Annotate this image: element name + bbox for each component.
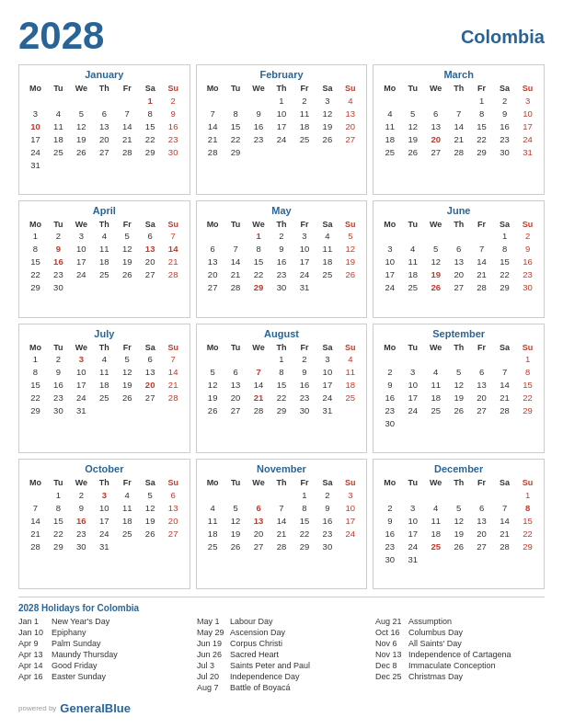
calendar-day: 1	[270, 94, 293, 107]
calendar-day: 17	[401, 527, 424, 540]
calendar-day: 16	[378, 392, 401, 404]
day-header: Su	[339, 83, 362, 94]
calendar-day: 29	[470, 145, 493, 158]
holiday-item: Dec 8Immaculate Conception	[375, 661, 545, 670]
calendar-day: 9	[270, 243, 293, 256]
calendar-day: 28	[447, 145, 470, 158]
calendar-day: 6	[424, 107, 447, 119]
calendar-day: 26	[139, 527, 162, 540]
holiday-name: Easter Sunday	[52, 672, 106, 681]
day-header: Mo	[24, 219, 47, 230]
calendar-day	[401, 230, 424, 243]
calendar-day: 24	[378, 281, 401, 294]
day-header: Sa	[316, 342, 339, 353]
calendar-day: 16	[378, 527, 401, 540]
calendar-day: 26	[424, 281, 447, 294]
calendar-day: 12	[339, 243, 362, 256]
holiday-item: Aug 21Assumption	[375, 617, 545, 626]
calendar-day: 27	[424, 145, 447, 158]
calendar-day: 10	[378, 256, 401, 268]
calendar-day	[270, 488, 293, 501]
holiday-column-2: May 1Labour DayMay 29Ascension DayJun 19…	[197, 617, 366, 694]
calendar-day: 4	[116, 488, 139, 501]
calendar-day: 3	[378, 243, 401, 256]
holiday-item: Apr 16Easter Sunday	[18, 672, 188, 681]
holiday-date: Nov 6	[375, 639, 405, 648]
calendar-day: 21	[247, 392, 270, 404]
calendar-day: 18	[93, 379, 116, 392]
calendar-day: 5	[447, 366, 470, 379]
calendar-day	[162, 281, 185, 294]
holiday-name: Assumption	[408, 617, 452, 626]
calendar-day	[247, 353, 270, 366]
month-block-march: MarchMoTuWeThFrSaSu123456789101112131415…	[373, 64, 545, 195]
calendar-day: 28	[224, 281, 247, 294]
calendar-day: 22	[139, 132, 162, 145]
calendar-day: 4	[316, 230, 339, 243]
calendar-day: 21	[224, 268, 247, 281]
day-header: Sa	[316, 83, 339, 94]
calendar-day: 16	[293, 379, 316, 392]
calendar-day	[401, 353, 424, 366]
calendar-day: 21	[201, 132, 224, 145]
calendar-day: 23	[378, 404, 401, 417]
calendar-day: 5	[139, 488, 162, 501]
calendar-day: 30	[47, 281, 70, 294]
calendar-day: 11	[47, 119, 70, 132]
day-header: Tu	[47, 477, 70, 488]
calendar-day: 20	[139, 256, 162, 268]
calendar-day: 3	[401, 501, 424, 514]
calendar-day: 22	[516, 392, 539, 404]
day-header: Su	[162, 342, 185, 353]
calendar-day	[47, 158, 70, 171]
holiday-name: Immaculate Conception	[408, 661, 496, 670]
day-header: Sa	[139, 83, 162, 94]
calendar-day	[116, 540, 139, 552]
calendar-day: 27	[470, 540, 493, 552]
calendar-day: 26	[447, 540, 470, 552]
calendar-day: 17	[24, 132, 47, 145]
calendar-day: 18	[316, 256, 339, 268]
holiday-item: May 1Labour Day	[197, 617, 366, 626]
calendar-day: 11	[93, 243, 116, 256]
month-block-october: OctoberMoTuWeThFrSaSu1234567891011121314…	[18, 459, 190, 589]
calendar-table: MoTuWeThFrSaSu12345678910111213141516171…	[378, 219, 539, 294]
day-header: Fr	[470, 477, 493, 488]
calendar-day: 22	[24, 392, 47, 404]
calendar-day: 5	[424, 243, 447, 256]
holiday-name: Labour Day	[230, 617, 273, 626]
calendar-day: 13	[470, 514, 493, 527]
calendar-day: 20	[162, 514, 185, 527]
calendar-day: 16	[493, 119, 516, 132]
calendar-day: 17	[93, 514, 116, 527]
calendar-day: 23	[316, 527, 339, 540]
holiday-item: Nov 13Independence of Cartagena	[375, 650, 545, 659]
calendar-day: 13	[162, 501, 185, 514]
calendar-day: 30	[162, 145, 185, 158]
calendar-table: MoTuWeThFrSaSu12345678910111213141516171…	[24, 342, 185, 417]
calendar-day: 10	[70, 243, 93, 256]
day-header: Su	[516, 219, 539, 230]
calendar-day: 14	[447, 119, 470, 132]
calendar-day: 17	[401, 392, 424, 404]
calendar-day	[493, 552, 516, 565]
calendar-day: 29	[139, 145, 162, 158]
calendar-day: 9	[293, 366, 316, 379]
calendar-day: 28	[493, 404, 516, 417]
holidays-section: 2028 Holidays for Colombia Jan 1New Year…	[18, 597, 545, 694]
calendar-day: 15	[493, 256, 516, 268]
calendar-day: 20	[470, 392, 493, 404]
holiday-date: Oct 16	[375, 628, 405, 637]
calendar-day: 19	[447, 392, 470, 404]
day-header: Su	[516, 477, 539, 488]
calendar-day: 25	[293, 132, 316, 145]
holiday-name: Palm Sunday	[52, 639, 101, 648]
calendar-day: 7	[470, 243, 493, 256]
day-header: Tu	[224, 83, 247, 94]
calendar-day: 19	[339, 256, 362, 268]
calendar-day: 10	[339, 501, 362, 514]
day-header: Sa	[493, 83, 516, 94]
calendar-day: 17	[293, 256, 316, 268]
month-block-november: NovemberMoTuWeThFrSaSu123456789101112131…	[196, 459, 368, 589]
calendar-day: 20	[424, 132, 447, 145]
